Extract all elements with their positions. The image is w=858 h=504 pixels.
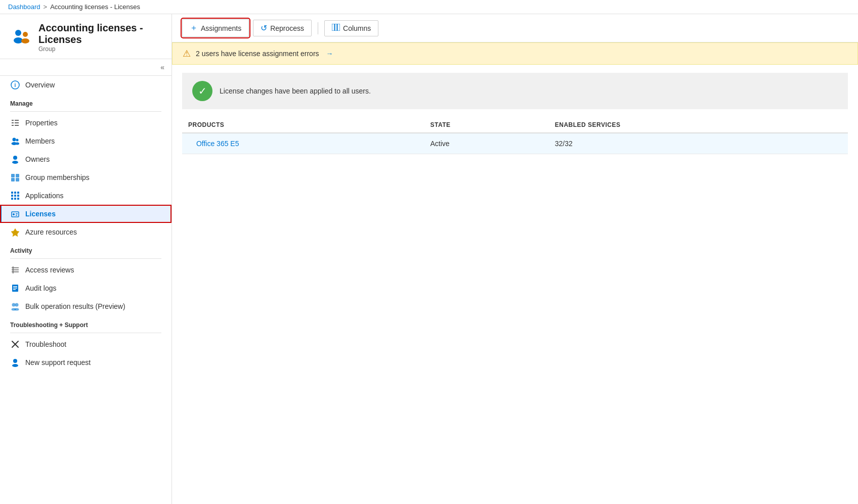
applications-icon (10, 191, 20, 201)
col-state: STATE (424, 117, 548, 133)
sidebar-label-access-reviews: Access reviews (25, 266, 74, 274)
success-icon: ✓ (192, 81, 212, 101)
manage-divider (10, 111, 161, 112)
manage-section-label: Manage (0, 94, 171, 109)
success-banner: ✓ License changes have been applied to a… (182, 73, 848, 109)
breadcrumb-dashboard[interactable]: Dashboard (8, 3, 40, 11)
sidebar-item-overview[interactable]: i Overview (0, 76, 171, 94)
troubleshooting-section-label: Troubleshooting + Support (0, 315, 171, 331)
sidebar-label-azure-resources: Azure resources (25, 228, 77, 236)
svg-rect-29 (14, 198, 16, 200)
svg-marker-35 (11, 228, 19, 237)
audit-logs-icon (10, 283, 20, 293)
svg-point-32 (13, 213, 15, 215)
sidebar-item-new-support-request[interactable]: New support request (0, 353, 171, 372)
svg-point-45 (15, 303, 19, 307)
svg-rect-10 (15, 122, 19, 123)
plus-icon: ＋ (190, 23, 198, 33)
troubleshoot-icon (10, 339, 20, 349)
svg-text:i: i (15, 82, 16, 88)
svg-point-44 (12, 303, 16, 307)
svg-rect-42 (13, 288, 17, 289)
sidebar-label-overview: Overview (25, 81, 55, 89)
col-products: PRODUCTS (182, 117, 424, 133)
toolbar-divider (318, 22, 318, 34)
svg-point-0 (15, 30, 21, 36)
support-request-icon (10, 357, 20, 368)
sidebar: Accounting licenses - Licenses Group « i… (0, 14, 172, 504)
sidebar-label-licenses: Licenses (25, 210, 56, 218)
page-header: Accounting licenses - Licenses Group (0, 14, 171, 59)
sidebar-item-access-reviews[interactable]: Access reviews (0, 261, 171, 279)
page-title: Accounting licenses - Licenses (38, 22, 161, 45)
info-icon: i (10, 80, 20, 90)
svg-rect-43 (13, 289, 16, 290)
svg-point-15 (15, 143, 19, 145)
activity-section-label: Activity (0, 241, 171, 256)
sidebar-label-troubleshoot: Troubleshoot (25, 340, 66, 348)
sidebar-collapse-button[interactable]: « (157, 62, 167, 72)
svg-rect-24 (17, 192, 19, 194)
svg-rect-27 (17, 195, 19, 197)
azure-resources-icon (10, 227, 20, 237)
svg-point-50 (13, 359, 17, 363)
properties-icon (10, 118, 20, 128)
svg-rect-52 (332, 24, 334, 31)
table-container: PRODUCTS STATE ENABLED SERVICES Office 3… (172, 109, 858, 504)
sidebar-item-members[interactable]: Members (0, 132, 171, 150)
sidebar-item-licenses[interactable]: Licenses (0, 205, 171, 223)
sidebar-item-audit-logs[interactable]: Audit logs (0, 279, 171, 297)
sidebar-item-azure-resources[interactable]: Azure resources (0, 223, 171, 241)
svg-rect-22 (11, 192, 13, 194)
svg-rect-6 (12, 120, 14, 121)
svg-rect-28 (11, 198, 13, 200)
content-area: ＋ Assignments ↺ Reprocess Columns (172, 14, 858, 504)
sidebar-label-group-memberships: Group memberships (25, 173, 90, 181)
product-name[interactable]: Office 365 E5 (182, 133, 424, 154)
svg-rect-33 (16, 213, 18, 214)
warning-banner: ⚠ 2 users have license assignment errors… (172, 42, 858, 65)
sidebar-label-properties: Properties (25, 119, 58, 127)
svg-rect-39 (13, 266, 14, 273)
columns-button[interactable]: Columns (324, 20, 378, 36)
sidebar-item-owners[interactable]: Owners (0, 150, 171, 168)
sidebar-item-applications[interactable]: Applications (0, 187, 171, 205)
sidebar-item-troubleshoot[interactable]: Troubleshoot (0, 335, 171, 353)
svg-rect-21 (16, 178, 19, 181)
reprocess-button[interactable]: ↺ Reprocess (253, 20, 312, 36)
breadcrumb-bar: Dashboard > Accounting licenses - Licens… (0, 0, 858, 14)
svg-rect-34 (16, 215, 17, 216)
enabled-services: 32/32 (549, 133, 848, 154)
columns-button-label: Columns (343, 24, 371, 32)
page-subtitle: Group (38, 45, 161, 53)
reprocess-icon: ↺ (261, 23, 267, 33)
sidebar-label-owners: Owners (25, 155, 50, 163)
warning-arrow-link[interactable]: → (326, 50, 333, 58)
sidebar-item-group-memberships[interactable]: Group memberships (0, 168, 171, 187)
sidebar-item-properties[interactable]: Properties (0, 114, 171, 132)
svg-point-16 (13, 156, 17, 160)
product-state: Active (424, 133, 548, 154)
svg-rect-54 (337, 24, 340, 31)
licenses-table: PRODUCTS STATE ENABLED SERVICES Office 3… (182, 117, 848, 154)
svg-rect-7 (12, 122, 14, 123)
svg-point-51 (12, 364, 18, 367)
bulk-operation-icon (10, 301, 20, 311)
page-header-text: Accounting licenses - Licenses Group (38, 22, 161, 53)
success-message: License changes have been applied to all… (220, 87, 371, 95)
activity-divider (10, 258, 161, 259)
access-reviews-icon (10, 265, 20, 275)
assignments-button-label: Assignments (201, 24, 241, 32)
svg-point-12 (13, 138, 16, 142)
group-memberships-icon (10, 172, 20, 182)
owners-icon (10, 154, 20, 164)
svg-rect-53 (335, 24, 337, 31)
members-icon (10, 136, 20, 146)
svg-rect-18 (11, 174, 15, 177)
sidebar-collapse-bar: « (0, 59, 171, 76)
svg-rect-9 (15, 120, 19, 121)
assignments-button[interactable]: ＋ Assignments (182, 19, 249, 37)
sidebar-item-bulk-operation[interactable]: Bulk operation results (Preview) (0, 297, 171, 315)
table-row[interactable]: Office 365 E5 Active 32/32 (182, 133, 848, 154)
svg-point-3 (21, 38, 29, 43)
